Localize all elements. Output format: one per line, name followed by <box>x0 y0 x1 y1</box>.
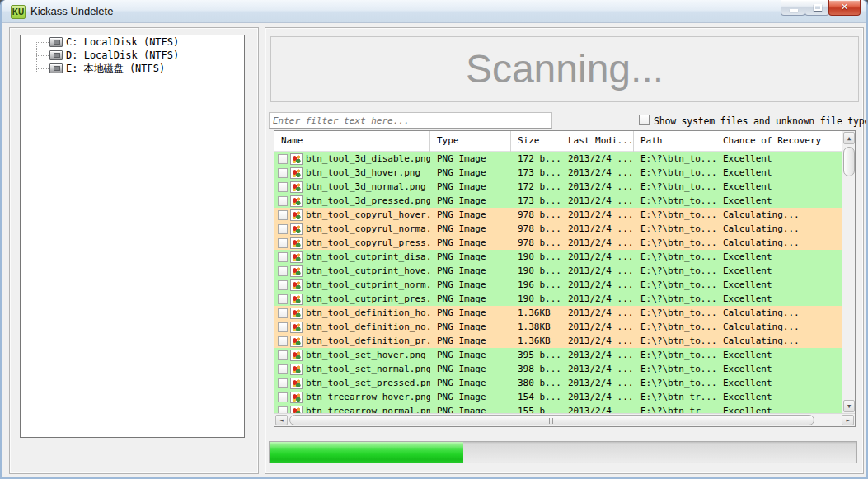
vertical-scrollbar[interactable]: ▲ ▼ <box>842 131 855 413</box>
modified-cell: 2013/2/4 ... <box>561 376 634 390</box>
row-checkbox[interactable] <box>278 224 288 234</box>
table-row[interactable]: btn_tool_cutprint_disa...PNG Image190 b.… <box>274 250 842 264</box>
file-name: btn_tool_set_hover.png <box>306 348 426 362</box>
row-checkbox[interactable] <box>278 168 288 178</box>
row-checkbox[interactable] <box>278 210 288 220</box>
vertical-scrollbar-thumb[interactable] <box>843 147 855 176</box>
modified-cell: 2013/2/4 ... <box>561 264 634 278</box>
row-checkbox[interactable] <box>278 252 288 262</box>
table-row[interactable]: btn_tool_3d_hover.pngPNG Image173 b...20… <box>274 166 842 180</box>
scroll-down-button[interactable]: ▼ <box>843 400 855 412</box>
table-row[interactable]: btn_tool_cutprint_hove...PNG Image190 b.… <box>274 264 842 278</box>
recovery-cell: Calculating... <box>716 306 842 320</box>
horizontal-scrollbar-thumb[interactable] <box>289 415 814 425</box>
type-cell: PNG Image <box>430 348 511 362</box>
size-cell: 172 b... <box>511 152 561 166</box>
column-header[interactable]: Chance of Recovery <box>716 131 842 152</box>
table-row[interactable]: btn_tool_cutprint_norm...PNG Image196 b.… <box>274 278 842 292</box>
name-cell: btn_tool_cutprint_pres... <box>274 292 430 306</box>
column-header[interactable]: Name <box>274 131 430 152</box>
scan-status-text: Scanning... <box>466 49 664 89</box>
scan-progress-fill <box>270 442 463 463</box>
table-row[interactable]: btn_treearrow_hover.pngPNG Image154 b...… <box>274 390 842 404</box>
row-checkbox[interactable] <box>278 280 288 290</box>
name-cell: btn_tool_copyrul_hover... <box>274 208 430 222</box>
table-row[interactable]: btn_tool_definition_pr...PNG Image1.36KB… <box>274 334 842 348</box>
table-row[interactable]: btn_tool_cutprint_pres...PNG Image190 b.… <box>274 292 842 306</box>
image-file-icon <box>290 322 303 333</box>
table-row[interactable]: btn_tool_definition_no...PNG Image1.38KB… <box>274 320 842 334</box>
row-checkbox[interactable] <box>278 238 288 248</box>
maximize-button[interactable] <box>805 0 829 16</box>
recovery-cell: Excellent <box>716 376 842 390</box>
table-row[interactable]: btn_tool_3d_disable.pngPNG Image172 b...… <box>274 152 842 166</box>
row-checkbox[interactable] <box>278 378 288 388</box>
path-cell: E:\?\btn_to... <box>634 166 716 180</box>
drive-icon <box>49 37 63 47</box>
row-checkbox[interactable] <box>278 364 288 374</box>
row-checkbox[interactable] <box>278 182 288 192</box>
minimize-button[interactable] <box>781 0 805 16</box>
drive-tree-item[interactable]: C: LocalDisk (NTFS) <box>21 35 244 49</box>
table-row[interactable]: btn_treearrow_normal.pngPNG Image155 b20… <box>274 404 842 413</box>
table-row[interactable]: btn_tool_3d_normal.pngPNG Image172 b...2… <box>274 180 842 194</box>
modified-cell: 2013/2/4 ... <box>561 334 634 348</box>
modified-cell: 2013/2/4 ... <box>561 348 634 362</box>
file-name: btn_tool_copyrul_norma... <box>306 222 430 236</box>
path-cell: E:\?\btn_to... <box>634 348 716 362</box>
name-cell: btn_tool_cutprint_norm... <box>274 278 430 292</box>
size-cell: 155 b <box>511 404 561 413</box>
column-header[interactable]: Last Modi... <box>561 131 634 152</box>
row-checkbox[interactable] <box>278 350 288 360</box>
recovery-cell: Excellent <box>716 292 842 306</box>
type-cell: PNG Image <box>430 334 511 348</box>
scroll-up-button[interactable]: ▲ <box>843 132 855 144</box>
image-file-icon <box>290 308 303 319</box>
file-name: btn_tool_cutprint_hove... <box>306 264 430 278</box>
scroll-left-button[interactable]: ◄ <box>275 415 288 425</box>
name-cell: btn_tool_3d_hover.png <box>274 166 430 180</box>
name-cell: btn_treearrow_normal.png <box>274 404 430 413</box>
row-checkbox[interactable] <box>278 336 288 346</box>
type-cell: PNG Image <box>430 362 511 376</box>
table-row[interactable]: btn_tool_definition_ho...PNG Image1.36KB… <box>274 306 842 320</box>
drive-tree-item[interactable]: E: 本地磁盘 (NTFS) <box>21 62 244 75</box>
column-header[interactable]: Size <box>511 131 561 152</box>
table-row[interactable]: btn_tool_set_normal.pngPNG Image398 b...… <box>274 362 842 376</box>
size-cell: 978 b... <box>511 222 561 236</box>
name-cell: btn_tool_3d_normal.png <box>274 180 430 194</box>
image-file-icon <box>290 392 303 403</box>
show-system-files-checkbox[interactable] <box>639 115 650 125</box>
scroll-right-button[interactable]: ► <box>842 415 854 425</box>
row-checkbox[interactable] <box>278 322 288 332</box>
column-header[interactable]: Type <box>430 131 511 152</box>
row-checkbox[interactable] <box>278 294 288 304</box>
recovery-cell: Excellent <box>716 194 842 208</box>
name-cell: btn_tool_definition_no... <box>274 320 430 334</box>
name-cell: btn_tool_definition_pr... <box>274 334 430 348</box>
filter-input[interactable] <box>269 112 552 129</box>
row-checkbox[interactable] <box>278 406 288 414</box>
table-row[interactable]: btn_tool_set_pressed.pngPNG Image380 b..… <box>274 376 842 390</box>
row-checkbox[interactable] <box>278 266 288 276</box>
image-file-icon <box>290 279 303 291</box>
horizontal-scrollbar[interactable]: ◄ ► <box>274 413 855 426</box>
table-row[interactable]: btn_tool_copyrul_norma...PNG Image978 b.… <box>274 222 842 236</box>
row-checkbox[interactable] <box>278 308 288 318</box>
path-cell: E:\?\btn_to... <box>634 250 716 264</box>
file-name: btn_treearrow_hover.png <box>306 390 430 404</box>
row-checkbox[interactable] <box>278 196 288 206</box>
size-cell: 1.38KB <box>511 320 561 334</box>
close-button[interactable]: ✕ <box>828 0 861 16</box>
table-row[interactable]: btn_tool_set_hover.pngPNG Image395 b...2… <box>274 348 842 362</box>
type-cell: PNG Image <box>430 306 511 320</box>
row-checkbox[interactable] <box>278 154 288 164</box>
drive-tree-item[interactable]: D: LocalDisk (NTFS) <box>21 49 244 62</box>
row-checkbox[interactable] <box>278 392 288 402</box>
column-header[interactable]: Path <box>634 131 716 152</box>
type-cell: PNG Image <box>430 166 511 180</box>
table-row[interactable]: btn_tool_copyrul_hover...PNG Image978 b.… <box>274 208 842 222</box>
table-row[interactable]: btn_tool_3d_pressed.pngPNG Image173 b...… <box>274 194 842 208</box>
name-cell: btn_tool_3d_disable.png <box>274 152 430 166</box>
table-row[interactable]: btn_tool_copyrul_press...PNG Image978 b.… <box>274 236 842 250</box>
